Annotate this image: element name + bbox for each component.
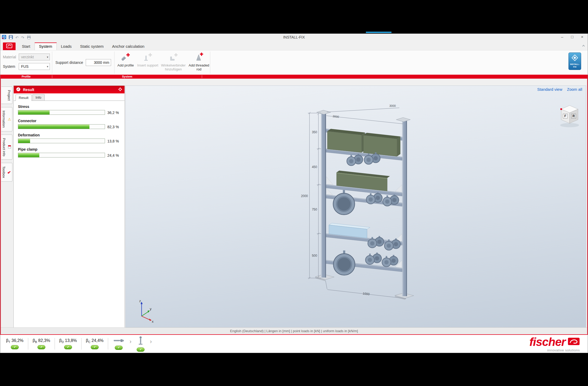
close-button[interactable]: × [577,34,587,41]
dim-span-top: 3000 [389,104,396,107]
axis-y-label: y [150,307,152,311]
top-plate-right [396,117,410,122]
beta-value: βD 13,8% [59,338,77,344]
tab-start[interactable]: Start [18,42,35,50]
metric-connector: Connector 82,3 % [18,119,121,129]
dim-span-bottom: 1000 [362,292,370,296]
tab-loads[interactable]: Loads [57,42,76,50]
axis-x-label: x [152,320,154,323]
profile-rod-icon [113,338,124,344]
metrics-list: Stress 36,2 % Connector 82,3 % [14,101,125,158]
status-text: English (Deutschland) | Längen in [mm] |… [230,329,358,333]
sidebar-tab-label: Project [7,90,11,101]
beta-stress: βT 36,2% ✓ [4,338,25,349]
sidebar-tab-toolbox[interactable]: Toolbox [1,163,12,182]
dim-seg-1: 350 [312,130,317,134]
status-ok-icon: ✓ [37,345,45,349]
metric-deformation: Deformation 13,8 % [18,133,121,143]
ribbon-tab-row: Start System Loads Static system Anchor … [0,41,588,50]
material-select[interactable]: verzinkt ▾ [19,54,50,60]
support-distance-field: Support distance [52,50,114,75]
beta-connector: βB 82,3% ✓ [31,338,52,349]
bottom-separator [81,338,82,350]
maximize-button[interactable]: □ [567,34,577,41]
dim-span-top-2: 3000 [332,115,339,118]
progress-bar [18,124,105,129]
gear-icon[interactable] [118,87,122,92]
add-profile-button[interactable]: Add profile [114,50,137,75]
side-tab-strip: Project ⚠ Information Product info Toolb… [1,87,12,182]
toolbox-icon [8,170,11,174]
pipe-clamp-pair[interactable] [365,252,381,264]
ribbon-group-band: Profile System [0,75,588,79]
sidebar-tab-label: Toolbox [2,166,6,178]
add-threaded-rod-icon [194,53,204,64]
progress-bar [18,139,105,143]
install-fix-diamond-icon [571,54,578,62]
progress-bar [18,110,105,115]
add-profile-label: Add profile [117,64,134,68]
minimize-button[interactable]: – [557,34,567,41]
status-ok-icon: ✓ [91,345,99,349]
beta-value: βB 82,3% [33,338,50,344]
3d-viewport[interactable]: Standard view Zoom all [125,85,586,327]
progress-bar [18,153,105,158]
beta-value: βT 36,2% [6,338,23,344]
3d-scene[interactable]: 2000 350 450 750 500 3000 3000 1000 [126,86,586,327]
support-distance-input[interactable] [86,59,111,66]
standard-view-link[interactable]: Standard view [537,87,562,92]
view-links: Standard view Zoom all [537,87,582,92]
sidebar-tab-project[interactable]: Project [1,87,12,104]
orientation-cube[interactable]: F R [560,106,579,127]
chevron-right-icon: › [150,338,152,349]
post-left[interactable] [321,113,326,278]
duct-right[interactable] [363,133,400,156]
content-area: Project ⚠ Information Product info Toolb… [0,79,588,335]
status-ok-icon: ✓ [137,347,145,352]
main-area: Project ⚠ Information Product info Toolb… [1,79,587,327]
tab-anchor-calculation[interactable]: Anchor calculation [108,42,149,50]
insert-support-button[interactable]: Insert support [137,50,159,75]
add-threaded-rod-button[interactable]: Add threaded rod [188,50,210,75]
dim-seg-4: 500 [312,254,317,258]
result-panel: ✓ Result Result Info Stress [13,85,125,327]
group-band-separator [202,75,202,78]
svg-text:✓: ✓ [17,88,20,91]
pipe-clamp-large[interactable] [333,190,355,215]
title-bar: ↶ ↷ INSTALL-FIX – □ × [0,34,588,41]
gusset [326,177,333,185]
chevron-right-icon: › [130,338,131,349]
system-label: System [3,64,19,69]
pipe-clamp-large[interactable] [333,250,355,275]
status-ok-icon: ✓ [11,345,19,349]
result-panel-tabs: Result Info [14,93,125,101]
ribbon-options-icon[interactable] [582,43,585,48]
app-menu-button[interactable] [3,42,16,50]
install-fix-button[interactable]: INSTALL- FIX [568,53,581,70]
dropdown-arrow-icon: ▾ [47,55,48,59]
pipe-clamp-pair[interactable] [382,255,398,267]
post-right[interactable] [402,120,407,296]
sidebar-tab-information[interactable]: ⚠ Information [1,107,12,131]
gusset [395,185,402,192]
info-tab[interactable]: Info [32,94,45,101]
dropdown-arrow-icon: ▾ [47,65,48,68]
winkelverbinder-button[interactable]: Winkelverbinder hinzufügen [159,50,188,75]
result-panel-header: ✓ Result [14,86,125,93]
tab-system[interactable]: System [35,42,57,50]
tab-static-system[interactable]: Static system [76,42,108,50]
material-value: verzinkt [21,55,34,59]
ribbon: Material verzinkt ▾ System FUS ▾ Support [0,50,588,75]
zoom-all-link[interactable]: Zoom all [567,87,582,92]
axis-z-label: z [139,299,141,303]
system-select[interactable]: FUS ▾ [19,63,50,70]
material-label: Material [3,55,19,59]
metric-label: Pipe clamp [18,147,121,151]
sidebar-tab-product-info[interactable]: Product info [1,135,12,160]
result-tab[interactable]: Result [16,94,32,101]
pipe-clamp-pair[interactable] [368,236,384,248]
ribbon-group-profile: Material verzinkt ▾ System FUS ▾ [0,50,52,75]
pipe-clamp-pair[interactable] [347,154,363,166]
duct-left[interactable] [327,129,365,153]
metric-pipe-clamp: Pipe clamp 24,4 % [18,147,121,158]
